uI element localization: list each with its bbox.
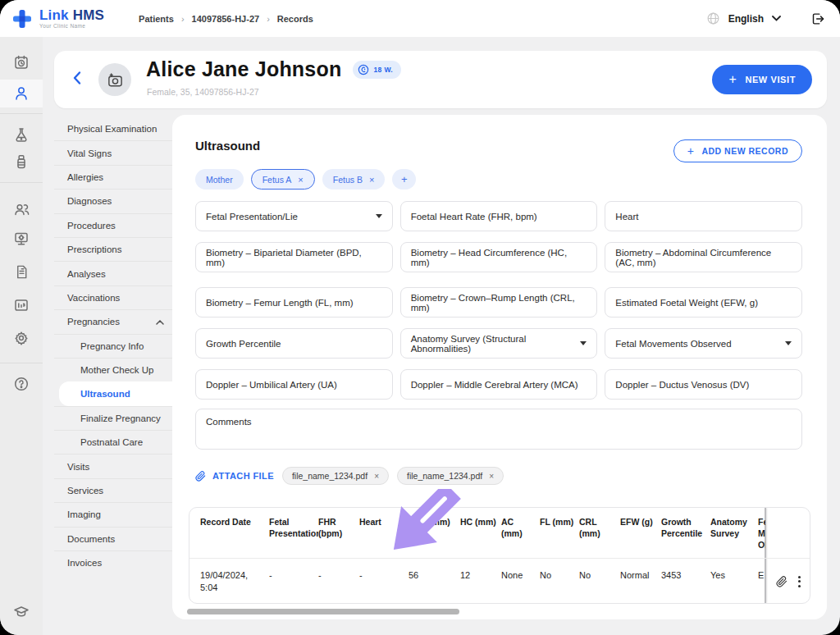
sidebar-item-services[interactable]: Services [54,478,174,502]
tab-fetus-a[interactable]: Fetus A× [251,169,315,190]
breadcrumb-patients[interactable]: Patients [139,14,174,24]
patient-header-card: Alice Jane Johnson 18 W. Female, 35, 140… [54,51,827,108]
sidebar-item-postnatal-care[interactable]: Postnatal Care [54,430,174,454]
plus-icon: + [687,144,695,158]
patient-avatar[interactable] [98,63,131,96]
help-icon[interactable] [0,370,43,398]
sidebar-item-visits[interactable]: Visits [54,454,174,477]
patients-icon[interactable] [0,80,43,107]
brand-tagline: Your Clinic Name [39,24,104,30]
field-doppler-mca[interactable]: Doppler – Middle Cerebral Artery (MCA) [400,369,598,400]
chevron-down-icon[interactable] [772,16,781,21]
sidebar-item-mother-check-up[interactable]: Mother Check Up [54,358,174,381]
col-efw: EFW (g) [620,508,661,558]
attachment-chip[interactable]: file_name_1234.pdf× [397,467,504,485]
add-subject-tab-button[interactable]: + [392,169,416,190]
new-visit-button[interactable]: + NEW VISIT [712,65,812,94]
back-icon[interactable] [72,71,82,89]
sidebar-item-invoices[interactable]: Invoices [54,550,174,574]
breadcrumb-patient-id[interactable]: 14097856-HJ-27 [192,14,260,24]
horizontal-scrollbar-thumb[interactable] [187,609,459,614]
settings-gear-icon[interactable] [0,324,43,352]
field-bpd[interactable]: Biometry – Biparietal Diameter (BPD, mm) [195,242,393,272]
app-logo[interactable]: Link HMS Your Clinic Name [11,8,104,30]
chevron-up-icon [156,317,164,327]
breadcrumb-separator: › [267,14,270,24]
tab-fetus-b[interactable]: Fetus B× [322,169,386,190]
brand-name: Link HMS [39,8,104,22]
comments-field[interactable]: Comments [195,409,802,450]
field-growth-percentile[interactable]: Growth Percentile [195,328,393,359]
field-efw[interactable]: Estimated Foetal Weight (EFW, g) [605,287,802,318]
field-doppler-ua[interactable]: Doppler – Umbilical Artery (UA) [195,369,393,400]
close-icon[interactable]: × [374,472,379,481]
tab-mother[interactable]: Mother [195,169,244,190]
field-anatomy-survey[interactable]: Anatomy Survey (Structural Abnormalities… [400,328,598,359]
dropdown-caret-icon [580,341,587,345]
close-icon[interactable]: × [298,175,303,185]
workstation-icon[interactable] [0,225,43,253]
close-icon[interactable]: × [369,175,374,185]
col-fhr: FHR (bpm) [318,508,359,558]
header-actions-cell [765,508,810,558]
close-icon[interactable]: × [489,472,494,481]
sidebar-item-analyses[interactable]: Analyses [54,261,174,285]
medications-icon[interactable] [0,148,43,176]
top-bar: Link HMS Your Clinic Name Patients › 140… [0,0,840,37]
field-fetal-presentation[interactable]: Fetal Presentation/Lie [195,201,393,231]
add-new-record-button[interactable]: + ADD NEW RECORD [673,139,802,162]
logout-icon[interactable] [810,11,825,26]
camera-icon [107,71,124,89]
sidebar-item-pregnancies[interactable]: Pregnancies [54,309,174,333]
col-fl: FL (mm) [540,508,579,558]
field-ac[interactable]: Biometry – Abdominal Circumference (AC, … [605,242,802,272]
sidebar-item-physical-examination[interactable]: Physical Examination [54,116,174,140]
sidebar-item-vital-signs[interactable]: Vital Signs [54,140,174,164]
ultrasound-panel: Ultrasound + ADD NEW RECORD Mother Fetus… [172,115,827,619]
sidebar-item-prescriptions[interactable]: Prescriptions [54,237,174,261]
sidebar-item-imaging[interactable]: Imaging [54,502,174,526]
sidebar-item-diagnoses[interactable]: Diagnoses [54,189,174,212]
field-fetal-movements[interactable]: Fetal Movements Observed [605,328,802,359]
attachment-paperclip-icon[interactable] [776,575,788,588]
patient-name: Alice Jane Johnson [146,57,341,81]
sidebar-item-documents[interactable]: Documents [54,527,174,550]
col-hc: HC (mm) [460,508,501,558]
table-row[interactable]: 19/04/2024, 5:04 - - - 56 12 None No No … [189,559,810,604]
language-selector-label[interactable]: English [728,13,764,25]
attachment-chip[interactable]: file_name_1234.pdf× [282,467,389,485]
sidebar-item-vaccinations[interactable]: Vaccinations [54,286,174,309]
row-menu-kebab-icon[interactable] [798,576,801,587]
field-foetal-heart-rate[interactable]: Foetal Heart Rate (FHR, bpm) [400,201,598,231]
subject-tabs: Mother Fetus A× Fetus B× + [195,169,416,190]
field-crl[interactable]: Biometry – Crown–Rump Length (CRL, mm) [400,287,598,318]
documents-icon[interactable] [0,258,43,286]
breadcrumb: Patients › 14097856-HJ-27 › Records [139,14,313,24]
dropdown-caret-icon [785,341,792,345]
dropdown-caret-icon [376,214,382,218]
user-groups-icon[interactable] [0,195,43,223]
col-ac: AC (mm) [501,508,540,558]
field-fl[interactable]: Biometry – Femur Length (FL, mm) [195,287,393,318]
reports-board-icon[interactable] [0,291,43,319]
col-heart: Heart [359,508,409,558]
sidebar-item-allergies[interactable]: Allergies [54,165,174,189]
records-table: Record Date Fetal Presentation/Lie FHR (… [189,507,810,604]
col-fetal-movements-clipped: Fetal Movements Observed [758,508,765,558]
education-cap-icon[interactable] [0,597,43,625]
field-hc[interactable]: Biometry – Head Circumference (HC, mm) [400,242,598,272]
attach-file-button[interactable]: ATTACH FILE [195,470,274,482]
sidebar-item-finalize-pregnancy[interactable]: Finalize Pregnancy [54,406,174,430]
breadcrumb-records[interactable]: Records [277,14,313,24]
sidebar-item-pregnancy-info[interactable]: Pregnancy Info [54,334,174,358]
paperclip-icon [195,470,206,482]
calendar-schedule-icon[interactable] [0,48,43,76]
pregnancy-icon [358,64,369,75]
col-crl: CRL (mm) [579,508,620,558]
link-hms-cross-icon [11,8,33,30]
lab-analyses-icon[interactable] [0,121,43,148]
sidebar-item-ultrasound[interactable]: Ultrasound [59,381,174,405]
field-doppler-dv[interactable]: Doppler – Ductus Venosus (DV) [605,369,802,400]
field-heart[interactable]: Heart [605,201,802,231]
sidebar-item-procedures[interactable]: Procedures [54,213,174,237]
